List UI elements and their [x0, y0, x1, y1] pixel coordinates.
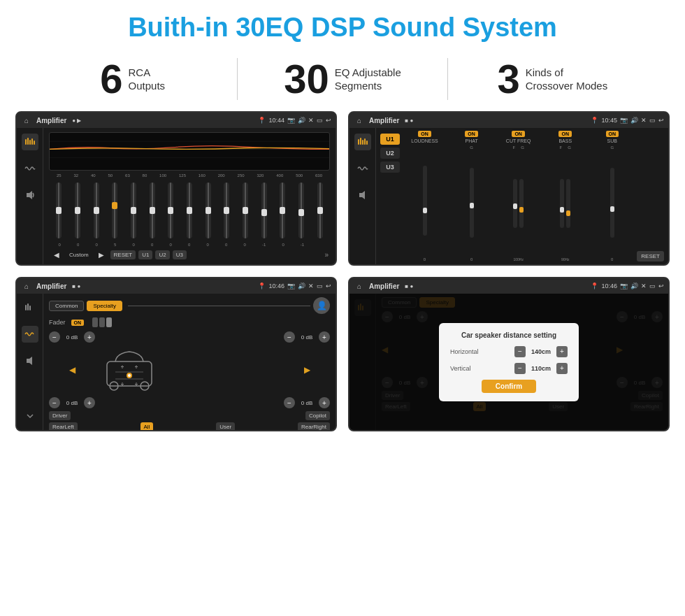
- phat-label: PHAT: [466, 138, 478, 143]
- eq-slider-5[interactable]: [150, 182, 155, 238]
- dialog-topbar-icons: 📍 10:46 📷 🔊 ✕ ▭ ↩: [591, 282, 664, 289]
- db-plus-fr[interactable]: +: [319, 331, 330, 343]
- eq-slider-13[interactable]: [298, 182, 304, 238]
- fader-topbar: ⌂ Amplifier ■ ● 📍 10:46 📷 🔊 ✕ ▭ ↩: [17, 278, 336, 294]
- eq-prev-btn[interactable]: ◀: [50, 250, 63, 260]
- svg-rect-1: [27, 138, 29, 145]
- db-plus-rl[interactable]: +: [84, 397, 95, 408]
- all-btn[interactable]: All: [140, 422, 154, 431]
- fader-specialty-tab[interactable]: Specialty: [87, 301, 122, 311]
- cutfreq-slider-g[interactable]: [519, 179, 524, 228]
- eq-slider-9[interactable]: [224, 182, 229, 238]
- stat-number-30: 30: [284, 59, 329, 99]
- eq-slider-6[interactable]: [168, 182, 173, 238]
- u2-button[interactable]: U2: [380, 148, 400, 159]
- stat-divider-1: [237, 58, 238, 100]
- dialog-horizontal-plus[interactable]: +: [556, 346, 568, 357]
- u3-button[interactable]: U3: [380, 162, 400, 173]
- cutfreq-col: ON CUT FREQ FG 100Hz: [496, 131, 540, 262]
- db-minus-fl[interactable]: −: [49, 331, 60, 343]
- stat-divider-2: [447, 58, 448, 100]
- eq-u1-btn[interactable]: U1: [138, 250, 152, 259]
- stat-item-rca: 6 RCA Outputs: [42, 59, 223, 99]
- eq-reset-btn[interactable]: RESET: [110, 250, 136, 259]
- eq-preset-label: Custom: [66, 250, 92, 259]
- eq-values-row: 00050000000-10-1: [49, 241, 330, 247]
- driver-btn[interactable]: Driver: [49, 411, 71, 420]
- dialog-home-icon[interactable]: ⌂: [354, 280, 365, 292]
- eq-u2-btn[interactable]: U2: [155, 250, 169, 259]
- fader-home-icon[interactable]: ⌂: [21, 280, 32, 292]
- eq-slider-1[interactable]: [75, 182, 80, 238]
- db-control-rr: − 0 dB +: [284, 397, 330, 408]
- dialog-title: Car speaker distance setting: [450, 331, 568, 339]
- eq-slider-3[interactable]: [112, 182, 117, 238]
- dialog-topbar-time: 10:46: [601, 282, 617, 289]
- crossover-content: U1 U2 U3 ON LOUDNESS 0: [376, 128, 668, 264]
- crossover-topbar-title: Amplifier: [369, 117, 399, 124]
- crossover-topbar-icons: 📍 10:45 📷 🔊 ✕ ▭ ↩: [591, 117, 664, 124]
- user-btn[interactable]: User: [216, 422, 235, 431]
- eq-slider-7[interactable]: [187, 182, 192, 238]
- dialog-screen: ⌂ Amplifier ■ ● 📍 10:46 📷 🔊 ✕ ▭ ↩: [348, 277, 670, 431]
- eq-slider-12[interactable]: [280, 182, 285, 238]
- rearright-btn[interactable]: RearRight: [298, 422, 330, 431]
- svg-marker-18: [27, 357, 32, 365]
- eq-slider-14[interactable]: [317, 182, 323, 238]
- db-control-fr: − 0 dB +: [284, 331, 330, 343]
- fader-sidebar-expand-icon[interactable]: [22, 408, 38, 424]
- db-minus-rr[interactable]: −: [284, 397, 295, 408]
- u1-button[interactable]: U1: [380, 134, 400, 145]
- db-minus-fr[interactable]: −: [284, 331, 295, 343]
- dialog-horizontal-minus[interactable]: −: [514, 346, 526, 357]
- right-arrow[interactable]: ▶: [304, 365, 310, 375]
- dialog-vertical-minus[interactable]: −: [514, 363, 526, 374]
- fader-sidebar-speaker-icon[interactable]: [22, 352, 38, 369]
- db-plus-fl[interactable]: +: [84, 331, 95, 343]
- crossover-sidebar-eq-icon[interactable]: [354, 134, 371, 150]
- dialog-confirm-button[interactable]: Confirm: [482, 380, 536, 393]
- eq-slider-2[interactable]: [94, 182, 99, 238]
- eq-slider-11[interactable]: [261, 182, 267, 238]
- page-title: Buith-in 30EQ DSP Sound System: [0, 0, 685, 52]
- fader-common-tab[interactable]: Common: [49, 301, 84, 311]
- fader-minimize-icon: ▭: [317, 282, 323, 289]
- db-plus-rr[interactable]: +: [319, 397, 330, 408]
- phat-slider[interactable]: [470, 168, 474, 238]
- sidebar-wave-icon[interactable]: [22, 160, 38, 177]
- cutfreq-label: CUT FREQ: [506, 138, 531, 143]
- eq-slider-4[interactable]: [131, 182, 136, 238]
- loudness-label: LOUDNESS: [411, 138, 438, 143]
- sidebar-speaker-icon[interactable]: [22, 187, 38, 203]
- fader-sidebar-wave-icon[interactable]: [22, 326, 38, 343]
- left-arrow[interactable]: ◀: [69, 365, 75, 375]
- stat-text-rca: RCA Outputs: [129, 66, 166, 93]
- u-buttons: U1 U2 U3: [380, 131, 400, 262]
- cutfreq-slider-f[interactable]: [513, 179, 517, 228]
- db-minus-rl[interactable]: −: [49, 397, 60, 408]
- eq-next-btn[interactable]: ▶: [95, 250, 108, 260]
- sub-on-badge: ON: [606, 131, 619, 137]
- crossover-sidebar-speaker-icon[interactable]: [354, 187, 371, 203]
- eq-slider-0[interactable]: [56, 182, 62, 238]
- bass-slider-f[interactable]: [560, 179, 564, 228]
- eq-slider-10[interactable]: [243, 182, 248, 238]
- crossover-home-icon[interactable]: ⌂: [354, 115, 365, 126]
- copilot-btn[interactable]: Copilot: [305, 411, 330, 420]
- fader-sidebar-eq-icon[interactable]: [22, 299, 38, 316]
- dialog-vertical-control: − 110cm +: [514, 363, 568, 374]
- eq-slider-8[interactable]: [206, 182, 211, 238]
- svg-rect-10: [360, 138, 361, 145]
- minimize-icon: ▭: [317, 117, 323, 124]
- home-icon[interactable]: ⌂: [21, 115, 32, 126]
- dialog-vertical-plus[interactable]: +: [556, 363, 568, 374]
- loudness-slider[interactable]: [423, 166, 427, 236]
- rearleft-btn[interactable]: RearLeft: [49, 422, 78, 431]
- crossover-reset-btn[interactable]: RESET: [637, 251, 664, 262]
- bass-slider-g[interactable]: [566, 179, 570, 228]
- sub-slider[interactable]: [610, 168, 614, 238]
- sidebar-eq-icon[interactable]: [22, 134, 38, 150]
- crossover-sidebar-wave-icon[interactable]: [354, 160, 371, 177]
- eq-u3-btn[interactable]: U3: [173, 250, 187, 259]
- dialog-horizontal-value: 140cm: [528, 348, 554, 355]
